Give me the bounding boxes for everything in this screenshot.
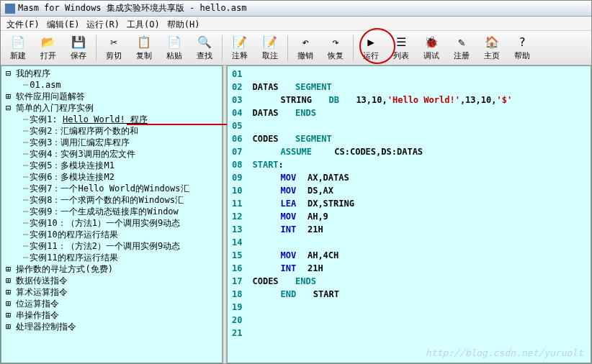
menu-tools[interactable]: 工具(O) [124,18,163,29]
line-number: 16 [229,262,245,275]
paste-icon: 📄 [167,35,181,50]
toolbar-new-button[interactable]: 📄新建 [4,33,32,63]
line-number: 09 [229,171,245,184]
toolbar-help-button[interactable]: ?帮助 [508,33,537,63]
toolbar-home-button[interactable]: 🏠主页 [477,33,506,63]
toolbar-label: 调试 [423,50,439,61]
register-icon: ✎ [454,35,469,50]
menu-file[interactable]: 文件(F) [4,18,42,29]
list-icon: ☰ [394,35,408,50]
toolbar-label: 粘贴 [166,50,182,61]
toolbar-separator [96,35,97,61]
code-area[interactable]: DATAS SEGMENT STRING DB 13,10,'Hello Wor… [248,66,513,363]
toolbar-open-button[interactable]: 📂打开 [34,33,63,63]
toolbar-separator [287,35,288,61]
toolbar-separator [222,35,223,61]
toolbar-label: 列表 [393,50,409,61]
toolbar-label: 注释 [232,50,248,61]
toolbar-label: 运行 [363,50,379,61]
app-icon [5,4,15,14]
menu-run[interactable]: 运行(R) [84,18,122,29]
line-number: 01 [229,68,245,81]
run-icon: ▶ [364,35,378,50]
toolbar: 📄新建📂打开💾保存✂剪切📋复制📄粘贴🔍查找📝注释📝取注↶撤销↷恢复▶运行☰列表🐞… [1,31,591,65]
debug-icon: 🐞 [424,35,439,50]
cut-icon: ✂ [107,35,121,50]
tree-example-10[interactable]: 实例10：（方法1）一个调用实例9动态 [3,217,220,229]
toolbar-separator [353,35,354,61]
menu-edit[interactable]: 编辑(E) [44,18,83,29]
line-number: 05 [229,119,245,132]
toolbar-label: 帮助 [514,50,530,61]
toolbar-copy-button[interactable]: 📋复制 [130,33,158,63]
toolbar-label: 主页 [484,50,500,61]
project-tree[interactable]: 我的程序 01.asm 软件应用问题解答 简单的入门程序实例 实例1: Hell… [1,65,223,363]
line-number: 21 [229,327,245,340]
tree-section-3[interactable]: 位运算指令 [3,298,220,309]
line-number: 18 [229,288,245,301]
tree-example-11[interactable]: 实例10的程序运行结果 [3,229,220,240]
toolbar-label: 保存 [71,50,86,61]
toolbar-label: 查找 [197,50,212,61]
toolbar-redo-button[interactable]: ↷恢复 [321,33,350,63]
tree-file-01asm[interactable]: 01.asm [3,79,220,91]
line-number: 13 [229,223,245,236]
toolbar-find-button[interactable]: 🔍查找 [190,33,219,63]
tree-my-programs[interactable]: 我的程序 [3,68,220,79]
tree-example-3[interactable]: 实例3：调用汇编宏库程序 [3,137,220,148]
toolbar-uncomment-button[interactable]: 📝取注 [256,33,284,63]
tree-faq[interactable]: 软件应用问题解答 [3,91,220,102]
help-icon: ? [515,35,529,50]
toolbar-cut-button[interactable]: ✂剪切 [99,33,128,63]
code-editor[interactable]: 0102030405060708091011121314151617181920… [227,65,591,363]
toolbar-label: 恢复 [328,50,344,61]
toolbar-comment-button[interactable]: 📝注释 [225,33,254,63]
tree-example-5[interactable]: 实例5：多模块连接M1 [3,160,220,171]
toolbar-save-button[interactable]: 💾保存 [64,33,93,63]
tree-example-8[interactable]: 实例8：一个求两个数的和的Windows汇 [3,194,220,206]
annotation-arrow-line [127,124,238,125]
toolbar-debug-button[interactable]: 🐞调试 [417,33,446,63]
toolbar-run-button[interactable]: ▶运行 [356,33,385,63]
new-icon: 📄 [11,35,25,50]
toolbar-label: 撤销 [297,50,313,61]
menu-help[interactable]: 帮助(H) [164,18,203,29]
tree-example-9[interactable]: 实例9：一个生成动态链接库的Window [3,206,220,217]
toolbar-list-button[interactable]: ☰列表 [387,33,416,63]
tree-example-7[interactable]: 实例7：一个Hello World的Windows汇 [3,183,220,194]
toolbar-label: 剪切 [106,50,122,61]
uncomment-icon: 📝 [263,35,277,50]
redo-icon: ↷ [328,35,343,50]
line-number: 10 [229,184,245,197]
line-number: 14 [229,236,245,249]
line-number: 07 [229,145,245,158]
tree-examples[interactable]: 简单的入门程序实例 [3,102,220,114]
open-icon: 📂 [41,35,55,50]
tree-section-4[interactable]: 串操作指令 [3,309,220,321]
tree-section-0[interactable]: 操作数的寻址方式(免费) [3,263,220,275]
window-title: Masm for Windows 集成实验环境共享版 - hello.asm [18,2,247,14]
line-number: 11 [229,197,245,210]
tree-section-5[interactable]: 处理器控制指令 [3,321,220,332]
line-number: 03 [229,94,245,106]
line-number: 06 [229,132,245,145]
find-icon: 🔍 [197,35,212,50]
menubar: 文件(F) 编辑(E) 运行(R) 工具(O) 帮助(H) [1,17,591,31]
tree-example-2[interactable]: 实例2：汇编程序两个数的和 [3,125,220,137]
toolbar-paste-button[interactable]: 📄粘贴 [160,33,189,63]
line-number: 20 [229,314,245,327]
workspace: 我的程序 01.asm 软件应用问题解答 简单的入门程序实例 实例1: Hell… [1,65,591,363]
undo-icon: ↶ [298,35,313,50]
tree-section-2[interactable]: 算术运算指令 [3,286,220,298]
toolbar-label: 新建 [10,50,26,61]
tree-example-6[interactable]: 实例6：多模块连接M2 [3,171,220,183]
line-number: 15 [229,249,245,262]
tree-example-13[interactable]: 实例11的程序运行结果 [3,252,220,263]
save-icon: 💾 [71,35,86,50]
toolbar-label: 注册 [454,50,470,61]
tree-example-12[interactable]: 实例11：（方法2）一个调用实例9动态 [3,240,220,252]
tree-example-4[interactable]: 实例4：实例3调用的宏文件 [3,148,220,160]
toolbar-undo-button[interactable]: ↶撤销 [291,33,320,63]
tree-section-1[interactable]: 数据传送指令 [3,275,220,286]
toolbar-register-button[interactable]: ✎注册 [447,33,476,63]
